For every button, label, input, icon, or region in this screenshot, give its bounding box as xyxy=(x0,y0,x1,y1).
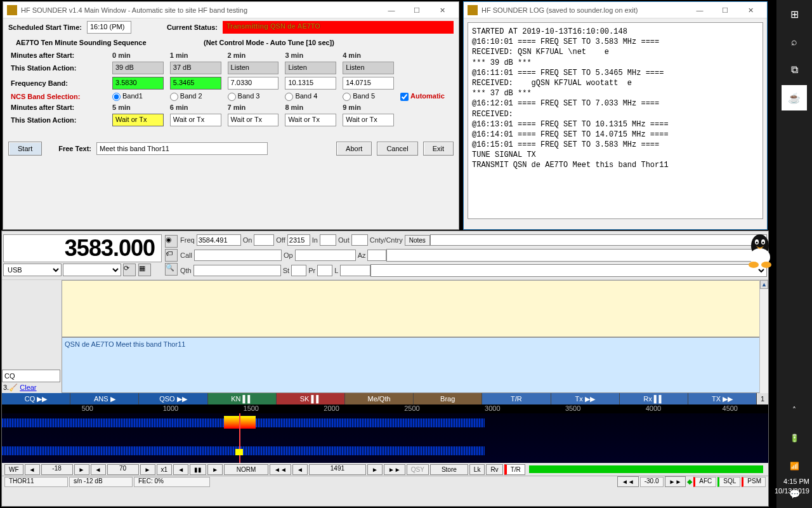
search-icon[interactable]: 🔍 xyxy=(165,263,178,276)
start-button[interactable]: ⊞ xyxy=(782,1,807,27)
band5-radio[interactable]: Band 5 xyxy=(343,92,394,101)
log-maximize-button[interactable]: ☐ xyxy=(712,2,738,18)
macro-tx2[interactable]: TX ▶▶ xyxy=(688,393,757,404)
freq-1[interactable]: 5.3465 xyxy=(170,77,221,90)
maximize-button[interactable]: ☐ xyxy=(404,2,429,18)
mode-status[interactable]: THOR11 xyxy=(4,477,68,487)
cq-input[interactable] xyxy=(2,370,60,382)
macro-me[interactable]: Me/Qth xyxy=(345,393,414,404)
macro-cq[interactable]: CQ ▶▶ xyxy=(2,393,70,404)
wf-fwd-fast[interactable]: ►► xyxy=(384,464,405,475)
band2-radio[interactable]: Band 2 xyxy=(170,92,221,101)
band3-radio[interactable]: Band 3 xyxy=(228,92,279,101)
off-input[interactable] xyxy=(287,234,310,246)
op-input[interactable] xyxy=(295,250,356,261)
macro-qso[interactable]: QSO ▶▶ xyxy=(139,393,207,404)
pr-input[interactable] xyxy=(317,265,332,276)
minimize-button[interactable]: — xyxy=(379,2,404,18)
macro-page[interactable]: 1 xyxy=(757,393,768,404)
freetext-input[interactable] xyxy=(96,142,268,155)
waterfall[interactable] xyxy=(2,413,768,463)
imd-right[interactable]: ►► xyxy=(665,476,686,487)
wf-pause[interactable]: ▮▮ xyxy=(190,464,206,475)
freq-4[interactable]: 14.0715 xyxy=(343,77,394,90)
on-input[interactable] xyxy=(254,234,274,246)
cancel-button[interactable]: Cancel xyxy=(377,142,417,156)
macro-tx[interactable]: Tx ▶▶ xyxy=(551,393,620,404)
az-input[interactable] xyxy=(367,250,386,261)
qth-input[interactable] xyxy=(193,265,281,276)
log-minimize-button[interactable]: — xyxy=(687,2,712,18)
automatic-checkbox[interactable]: Automatic xyxy=(400,92,451,101)
tr-button[interactable]: T/R xyxy=(504,464,525,475)
search-icon[interactable]: ⌕ xyxy=(782,29,807,55)
extra-select[interactable] xyxy=(370,264,767,277)
wf-fwd[interactable]: ► xyxy=(367,464,383,475)
freq-2[interactable]: 7.0330 xyxy=(228,77,279,90)
wf-ref-level[interactable]: -18 xyxy=(41,464,73,475)
st-input[interactable] xyxy=(291,265,306,276)
battery-icon[interactable]: 🔋 xyxy=(782,425,807,451)
out-input[interactable] xyxy=(351,234,368,246)
globe-icon[interactable]: ◉ xyxy=(165,235,178,248)
vfo-frequency[interactable]: 3583.000 xyxy=(3,234,162,262)
tray-expand-icon[interactable]: ˄ xyxy=(782,398,807,423)
log-textarea[interactable]: STARTED AT 2019-10-13T16:10:00.148 @16:1… xyxy=(468,22,763,219)
task-view-icon[interactable]: ⧉ xyxy=(782,57,807,83)
wf-center-freq[interactable]: 1491 xyxy=(309,464,366,475)
notes-input[interactable] xyxy=(430,234,767,246)
notes-tab[interactable]: Notes xyxy=(405,235,430,246)
copy-icon[interactable]: ▦ xyxy=(138,264,151,276)
wifi-icon[interactable]: 📶 xyxy=(782,453,807,479)
waterfall-cursor[interactable] xyxy=(239,413,240,463)
tx-scrollbar[interactable]: ▲ xyxy=(759,280,768,393)
country-select[interactable] xyxy=(386,249,767,262)
imd-left[interactable]: ◄◄ xyxy=(617,476,639,487)
macro-tr[interactable]: T/R xyxy=(482,393,551,404)
band4-radio[interactable]: Band 4 xyxy=(285,92,336,101)
rx-pane[interactable]: ▲ xyxy=(62,280,768,337)
loc-input[interactable] xyxy=(340,265,370,276)
qsy-button[interactable]: QSY xyxy=(407,464,429,475)
wf-rew-fast[interactable]: ◄◄ xyxy=(270,464,291,475)
band1-radio[interactable]: Band1 xyxy=(112,92,164,101)
exit-button[interactable]: Exit xyxy=(423,142,454,156)
wf-left-3[interactable]: ◄ xyxy=(173,464,188,475)
afc-button[interactable]: AFC xyxy=(693,477,716,487)
taskbar-clock[interactable]: 4:15 PM 10/13/2019 xyxy=(775,477,809,495)
log-close-button[interactable]: ✕ xyxy=(738,2,763,18)
clear-link[interactable]: Clear xyxy=(20,384,36,391)
sql-button[interactable]: SQL xyxy=(717,477,740,487)
log-titlebar[interactable]: HF SOUNDER LOG (saved to sounder.log on … xyxy=(464,2,767,18)
filter-select[interactable] xyxy=(63,264,121,276)
wf-rew[interactable]: ◄ xyxy=(292,464,308,475)
wf-left-1[interactable]: ◄ xyxy=(25,464,40,475)
freq-0[interactable]: 3.5830 xyxy=(112,77,164,90)
reverse-button[interactable]: Rv xyxy=(486,464,502,475)
wf-amp-span[interactable]: 70 xyxy=(107,464,139,475)
in-input[interactable] xyxy=(320,234,336,246)
freq-3[interactable]: 10.1315 xyxy=(285,77,336,90)
lock-button[interactable]: Lk xyxy=(469,464,485,475)
macro-ans[interactable]: ANS ▶ xyxy=(70,393,139,404)
wf-right-1[interactable]: ► xyxy=(74,464,89,475)
wf-zoom[interactable]: x1 xyxy=(157,464,173,475)
tx-pane[interactable]: QSN de AE7TO Meet this band Thor11▲ xyxy=(62,337,768,393)
mode-select[interactable]: USB xyxy=(3,264,62,276)
start-button[interactable]: Start xyxy=(8,142,42,156)
macro-kn[interactable]: KN ▌▌ xyxy=(208,393,277,404)
psm-button[interactable]: PSM xyxy=(742,477,766,487)
main-titlebar[interactable]: HF SOUNDER v1.4 Main Window - Automatic … xyxy=(3,2,459,18)
abort-button[interactable]: Abort xyxy=(336,142,372,156)
java-app-icon[interactable]: ☕ xyxy=(782,85,807,110)
log-freq-input[interactable] xyxy=(197,234,241,246)
wf-left-2[interactable]: ◄ xyxy=(91,464,106,475)
macro-brag[interactable]: Brag xyxy=(414,393,482,404)
store-button[interactable]: Store xyxy=(430,464,468,475)
refresh-icon[interactable]: ⟳ xyxy=(123,264,136,276)
wf-right-2[interactable]: ► xyxy=(140,464,155,475)
macro-sk[interactable]: SK ▌▌ xyxy=(277,393,345,404)
wf-right-3[interactable]: ► xyxy=(207,464,223,475)
wf-button[interactable]: WF xyxy=(4,464,23,475)
tag-icon[interactable]: 🏷 xyxy=(165,249,178,262)
